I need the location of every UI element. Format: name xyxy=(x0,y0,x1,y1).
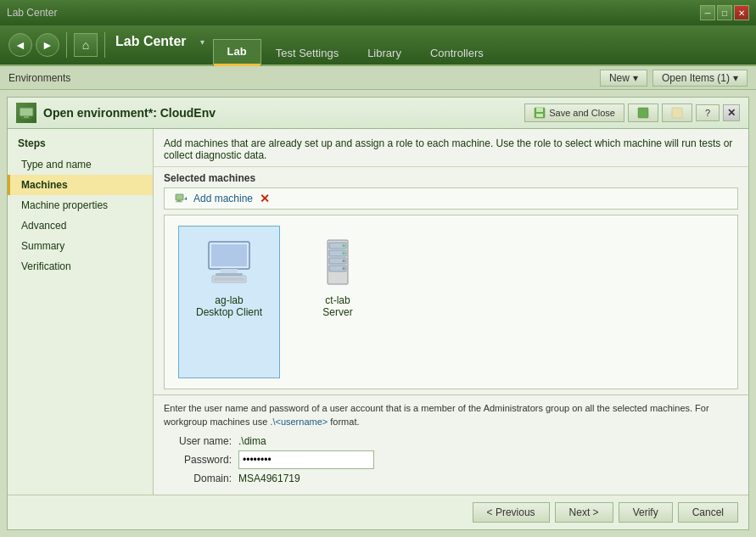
export-icon xyxy=(671,107,683,119)
server-icon xyxy=(311,235,365,289)
svg-rect-6 xyxy=(638,108,648,118)
format-highlight: .\<username> xyxy=(270,417,328,427)
save-icon-button[interactable] xyxy=(628,103,658,122)
step-type-and-name[interactable]: Type and name xyxy=(8,154,153,175)
dialog-close-button[interactable]: ✕ xyxy=(723,104,740,121)
save-icon xyxy=(534,107,546,119)
password-row: Password: xyxy=(164,450,738,469)
step-machine-properties[interactable]: Machine properties xyxy=(8,195,153,215)
svg-rect-7 xyxy=(672,108,682,118)
tab-lab[interactable]: Lab xyxy=(213,39,261,66)
app-dropdown-button[interactable]: ▾ xyxy=(200,37,204,53)
domain-value: MSA4961719 xyxy=(238,473,300,484)
svg-rect-1 xyxy=(24,116,29,118)
selected-machines-label: Selected machines xyxy=(154,167,748,187)
svg-rect-5 xyxy=(536,114,543,117)
previous-button[interactable]: < Previous xyxy=(473,502,550,523)
credentials-info: Enter the user name and password of a us… xyxy=(164,402,738,428)
credentials-section: Enter the user name and password of a us… xyxy=(154,394,748,495)
nav-bar: ◄ ► ⌂ Lab Center ▾ Lab Test Settings Lib… xyxy=(0,25,756,66)
svg-point-24 xyxy=(343,252,345,255)
svg-rect-8 xyxy=(176,194,183,200)
title-bar: Lab Center ─ □ ✕ xyxy=(0,0,756,25)
title-bar-controls: ─ □ ✕ xyxy=(700,5,749,20)
svg-rect-17 xyxy=(214,277,244,281)
tab-library[interactable]: Library xyxy=(353,41,416,66)
nav-separator xyxy=(66,32,67,58)
save-disk-icon xyxy=(637,107,649,119)
steps-panel: Steps Type and name Machines Machine pro… xyxy=(8,129,154,495)
machine-role-ag-lab: Desktop Client xyxy=(196,306,262,318)
domain-label: Domain: xyxy=(164,473,232,484)
help-button[interactable]: ? xyxy=(696,104,720,121)
step-machines[interactable]: Machines xyxy=(8,175,153,195)
toolbar-right: New ▾ Open Items (1) ▾ xyxy=(600,70,748,87)
environment-icon xyxy=(16,103,36,123)
domain-row: Domain: MSA4961719 xyxy=(164,473,738,484)
toolbar-bar: Environments New ▾ Open Items (1) ▾ xyxy=(0,66,756,90)
svg-rect-14 xyxy=(221,269,238,273)
next-button[interactable]: Next > xyxy=(555,502,613,523)
home-button[interactable]: ⌂ xyxy=(74,33,98,57)
svg-rect-15 xyxy=(216,273,243,276)
dialog-footer: < Previous Next > Verify Cancel xyxy=(8,495,748,529)
add-machine-link[interactable]: Add machine xyxy=(193,193,253,204)
dialog-title-area: Open environment*: CloudEnv xyxy=(16,103,216,123)
instructions-text: Add machines that are already set up and… xyxy=(154,129,748,167)
maximize-button[interactable]: □ xyxy=(717,5,732,20)
dialog-body: Steps Type and name Machines Machine pro… xyxy=(8,129,748,495)
nav-left: ◄ ► ⌂ Lab Center ▾ xyxy=(8,32,204,64)
machine-card-ct-lab[interactable]: ct-lab Server xyxy=(287,226,389,378)
step-advanced[interactable]: Advanced xyxy=(8,215,153,236)
svg-rect-13 xyxy=(211,244,247,266)
minimize-button[interactable]: ─ xyxy=(700,5,715,20)
svg-rect-9 xyxy=(177,200,181,202)
verify-button[interactable]: Verify xyxy=(619,502,673,523)
main-content: Open environment*: CloudEnv Save and Clo… xyxy=(0,90,756,537)
new-button[interactable]: New ▾ xyxy=(600,70,647,87)
svg-rect-0 xyxy=(20,108,33,116)
password-label: Password: xyxy=(164,454,232,466)
app-name-label: Lab Center xyxy=(7,7,57,19)
forward-button[interactable]: ► xyxy=(36,33,59,57)
machines-grid: ag-lab Desktop Client xyxy=(164,215,738,389)
remove-machine-button[interactable]: ✕ xyxy=(260,192,270,205)
add-machine-icon: + xyxy=(175,193,187,204)
dialog-header-buttons: Save and Close ? ✕ xyxy=(524,103,740,122)
password-input[interactable] xyxy=(238,450,374,469)
svg-point-25 xyxy=(343,260,345,262)
tab-test-settings[interactable]: Test Settings xyxy=(261,41,353,66)
svg-text:+: + xyxy=(184,195,187,203)
save-and-close-button[interactable]: Save and Close xyxy=(524,103,624,122)
step-verification[interactable]: Verification xyxy=(8,256,153,277)
step-summary[interactable]: Summary xyxy=(8,236,153,256)
machine-name-ag-lab: ag-lab xyxy=(215,294,243,306)
username-value: .\dima xyxy=(238,435,266,447)
nav-tabs: Lab Test Settings Library Controllers xyxy=(213,37,498,64)
machine-card-ag-lab[interactable]: ag-lab Desktop Client xyxy=(178,226,280,378)
svg-point-26 xyxy=(343,267,345,270)
username-label: User name: xyxy=(164,435,232,447)
add-machine-bar: + Add machine ✕ xyxy=(164,187,738,210)
dialog: Open environment*: CloudEnv Save and Clo… xyxy=(7,97,749,530)
nav-separator-2 xyxy=(104,32,105,58)
selected-machines-section: Selected machines + Add machine ✕ xyxy=(154,167,748,394)
open-items-button[interactable]: Open Items (1) ▾ xyxy=(652,70,748,87)
machine-role-ct-lab: Server xyxy=(322,306,352,318)
content-panel: Add machines that are already set up and… xyxy=(154,129,748,495)
tab-underline xyxy=(214,64,260,66)
breadcrumb: Environments xyxy=(8,72,70,84)
dialog-title: Open environment*: CloudEnv xyxy=(43,106,216,120)
app-title: Lab Center xyxy=(115,34,187,56)
back-button[interactable]: ◄ xyxy=(8,33,32,57)
svg-rect-2 xyxy=(21,118,31,119)
svg-point-23 xyxy=(343,244,345,247)
dialog-header: Open environment*: CloudEnv Save and Clo… xyxy=(8,98,748,129)
desktop-icon xyxy=(202,235,256,289)
svg-rect-10 xyxy=(176,202,182,203)
username-row: User name: .\dima xyxy=(164,435,738,447)
export-icon-button[interactable] xyxy=(662,103,692,122)
cancel-button[interactable]: Cancel xyxy=(678,502,738,523)
tab-controllers[interactable]: Controllers xyxy=(416,41,498,66)
close-window-button[interactable]: ✕ xyxy=(734,5,749,20)
